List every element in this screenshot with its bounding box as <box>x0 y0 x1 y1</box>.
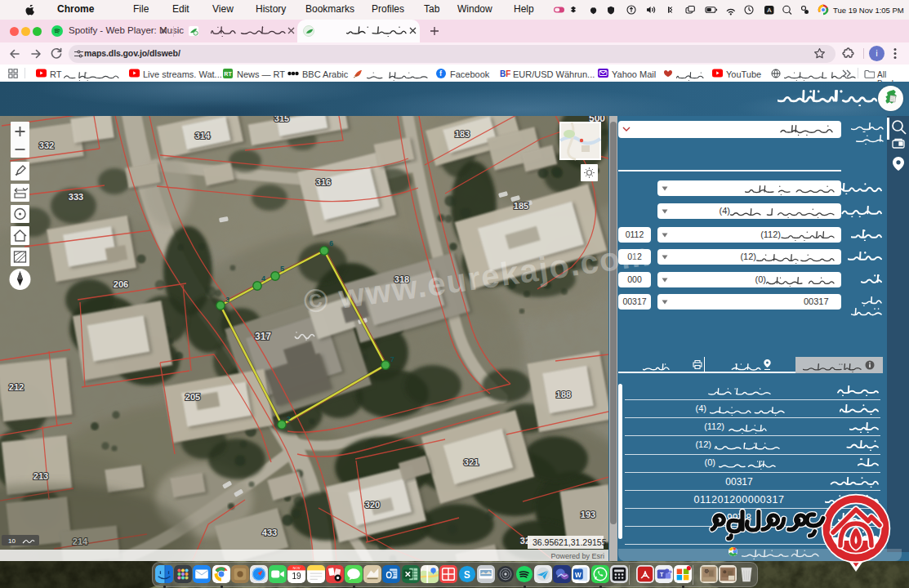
svg-text:36.95621,31.29155: 36.95621,31.29155 <box>532 537 607 547</box>
svg-text:NOV: NOV <box>293 566 301 570</box>
svg-text:W: W <box>575 572 581 579</box>
svg-text:A: A <box>767 7 772 14</box>
svg-text:T: T <box>660 571 664 578</box>
svg-text:S: S <box>464 569 470 581</box>
svg-text:10: 10 <box>8 537 16 545</box>
svg-text:Powered by Esri: Powered by Esri <box>550 552 604 560</box>
svg-text:19: 19 <box>292 572 301 581</box>
svg-text:RT: RT <box>224 71 232 77</box>
